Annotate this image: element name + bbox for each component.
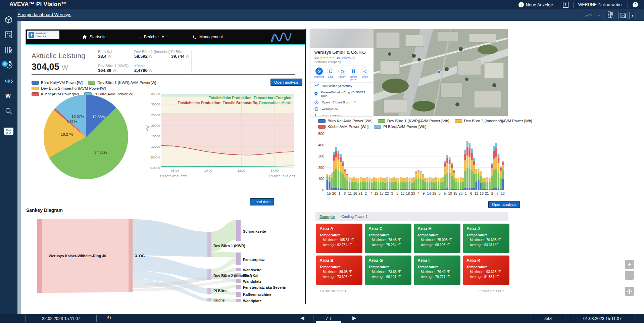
- werusys-icon[interactable]: W: [4, 91, 13, 100]
- nav-startseite[interactable]: Startseite: [83, 35, 107, 39]
- send-to-phone-button[interactable]: Send to phone: [348, 67, 359, 81]
- annotate-icon[interactable]: [607, 11, 614, 20]
- area-tiles: Area A Temperature Maximum: 105.31 °F Av…: [316, 224, 509, 285]
- load-data-button[interactable]: Load data: [250, 198, 274, 205]
- tick-label: 0: [439, 191, 441, 195]
- tick-label: 0: [314, 188, 324, 192]
- aerial-map[interactable]: [374, 29, 508, 116]
- sankey-leaf-label: Wandplatz: [243, 279, 261, 283]
- breadcrumb[interactable]: Energiedashboard Werusys: [17, 12, 71, 17]
- address-row[interactable]: Kaiser-Wilhelm-Ring 40, 50672 Köln: [310, 89, 374, 99]
- sankey-mid-label: PI Büro: [213, 289, 227, 293]
- events-icon[interactable]: [0, 60, 17, 71]
- stats-divider: [192, 50, 192, 73]
- save-icon[interactable]: [618, 12, 628, 19]
- sankey-source-label: Werusys Kaiser-Wilhelm-Ring 40: [49, 254, 106, 258]
- reviews-link[interactable]: 10 reviews: [337, 56, 351, 59]
- display-canvas: ENERGY CENTER Startseite → Berichte ▼ Ma…: [21, 21, 644, 314]
- map-panel: werusys GmbH & Co. KG 5.0 ★★★★★ 10 revie…: [310, 29, 508, 116]
- sankey-mid-label: Küche: [213, 298, 225, 302]
- pie-label: 12.63%: [92, 115, 105, 119]
- legend-swatch: [32, 81, 39, 85]
- stat-pi-buero: PI Büro 39,744 W: [171, 50, 211, 59]
- tick-label: 3: [391, 191, 393, 195]
- pan-button[interactable]: [625, 287, 634, 296]
- hours-row[interactable]: Open · Closes 5 pm ▼: [310, 99, 374, 106]
- arrow-icon: →: [137, 35, 141, 40]
- legend-item: Dev Büro 2 (Innenhof)|AVM Power[W]: [32, 86, 106, 90]
- refresh-icon[interactable]: ↻: [107, 314, 111, 321]
- range-start-picker[interactable]: 22.02.2023 15:11:07: [26, 315, 97, 322]
- chevron-down-icon: ▼: [353, 101, 356, 104]
- energy-center-navbar: ENERGY CENTER Startseite → Berichte ▼ Ma…: [26, 29, 306, 45]
- energy-center-logo: ENERGY CENTER: [27, 31, 59, 39]
- displays-icon[interactable]: [4, 15, 13, 24]
- sankey-title: Sankey Diagram: [26, 207, 63, 213]
- example-link[interactable]: Example: [319, 215, 335, 219]
- phone-row[interactable]: 0221 5765460: [310, 112, 374, 116]
- bookmark-icon: [327, 67, 334, 75]
- tile-area-g: Area G Temperature Maximum: 73.63 °F Ave…: [365, 256, 411, 285]
- share-button[interactable]: Share: [359, 67, 370, 81]
- tick-label: 08:00: [171, 169, 179, 172]
- search-icon[interactable]: [4, 107, 13, 116]
- save-dropdown[interactable]: ▼: [629, 12, 636, 19]
- step-back-button[interactable]: ◀: [300, 315, 304, 321]
- save-place-button[interactable]: Save: [325, 67, 336, 81]
- pin-icon: [314, 92, 317, 96]
- panel-divider: [305, 29, 306, 304]
- step-forward-button[interactable]: ▶: [352, 315, 356, 321]
- legend-swatch: [378, 119, 385, 123]
- legend-swatch: [318, 119, 326, 123]
- directions-icon: [315, 67, 323, 75]
- energy-bar-plot: [326, 134, 504, 190]
- nav-management[interactable]: Management: [192, 35, 223, 39]
- example-breadcrumb-bar: Example · Cooling Tower 1: [315, 212, 508, 221]
- notifications-icon[interactable]: !: [563, 2, 568, 8]
- tick-label: 20: [332, 191, 336, 195]
- divider: [573, 2, 574, 8]
- range-end-picker[interactable]: 01.03.2023 15:11:07: [570, 315, 635, 322]
- library-icon[interactable]: [4, 46, 13, 54]
- map-info-card: werusys GmbH & Co. KG 5.0 ★★★★★ 10 revie…: [310, 29, 374, 116]
- sankey-diagram: Werusys Kaiser-Wilhelm-Ring 40 3. OG Dev…: [30, 215, 299, 306]
- assets-icon[interactable]: [4, 77, 13, 85]
- production-end-time: 1.3.2023 15:11 CET: [268, 175, 295, 178]
- trend-icon[interactable]: [583, 12, 594, 19]
- user-name[interactable]: WERUNET\julian.weber: [578, 2, 623, 7]
- trend-dropdown[interactable]: ▼: [596, 12, 602, 19]
- zoom-in-button[interactable]: +: [625, 260, 634, 269]
- legend-item: Büro Kai|AVM Power[W]: [32, 81, 83, 85]
- now-button[interactable]: Jetzt: [533, 315, 563, 322]
- company-category: Software company: [310, 60, 374, 65]
- tick-label: 25000: [144, 113, 160, 117]
- novagraf-icon[interactable]: Nova GraF: [4, 128, 13, 135]
- svg-text:W: W: [5, 93, 11, 99]
- phone-send-icon: [350, 67, 357, 75]
- tick-label: 400: [314, 143, 324, 147]
- help-icon[interactable]: ?: [633, 2, 638, 7]
- nearby-button[interactable]: Nearby: [337, 67, 347, 81]
- new-display-button[interactable]: + Neue Anzeige: [518, 2, 553, 7]
- production-chart-plot: [161, 94, 294, 168]
- zoom-out-button[interactable]: −: [625, 271, 634, 280]
- website-row[interactable]: werusys.de: [310, 106, 374, 112]
- tile-area-a: Area A Temperature Maximum: 105.31 °F Av…: [316, 224, 362, 253]
- directions-button[interactable]: Directions: [314, 67, 325, 81]
- tick-label: 12: [501, 191, 505, 195]
- tick-label: 12: [374, 191, 378, 195]
- open-analysis-button-right[interactable]: Open analysis: [488, 201, 520, 208]
- cooling-tower-label: Cooling Tower 1: [341, 215, 368, 219]
- tile-area-j: Area J Temperature Maximum: 70.695 °F Av…: [463, 224, 509, 253]
- sankey-leaf-label: Büro Kai: [243, 274, 258, 278]
- open-analysis-button-left[interactable]: Open analysis: [270, 79, 302, 86]
- tick-label: 11: [475, 191, 478, 195]
- left-sidebar: W Nova GraF: [0, 9, 17, 323]
- active-event-badge: [2, 61, 8, 67]
- nav-berichte[interactable]: → Berichte ▼: [137, 35, 164, 40]
- pie-label: 19.27%: [61, 132, 73, 136]
- tick-label: 1: [465, 191, 467, 195]
- tile-area-h: Area H Temperature Maximum: 75.008 °F Av…: [414, 224, 460, 253]
- legend-item: Dev Büro 1 (KWR)|AVM Power [Wh]: [378, 119, 449, 123]
- calculations-icon[interactable]: [4, 30, 13, 39]
